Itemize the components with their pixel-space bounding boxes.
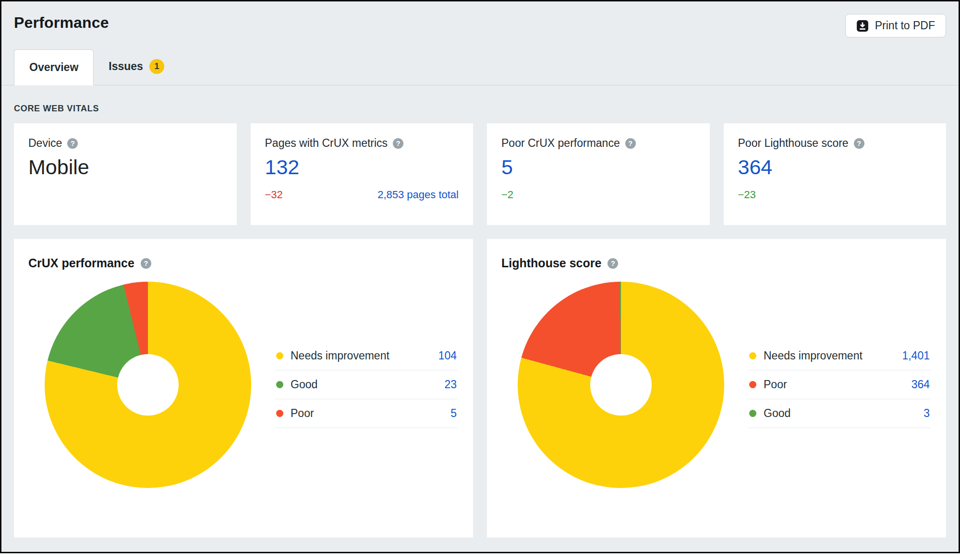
chart-card-lighthouse-score: Lighthouse score Needs improvement1,401P…: [487, 239, 946, 537]
legend-dot: [276, 381, 283, 388]
stat-card-pages-with-crux: Pages with CrUX metrics 132 −32 2,853 pa…: [251, 123, 474, 225]
tab-overview[interactable]: Overview: [14, 49, 94, 85]
stat-value-poor-crux[interactable]: 5: [501, 155, 695, 179]
stat-label-pages-with-crux: Pages with CrUX metrics: [265, 137, 388, 150]
legend-dot: [749, 381, 756, 388]
stat-delta-pages-with-crux: −32: [265, 189, 283, 201]
lighthouse-score-legend: Needs improvement1,401Poor364Good3: [748, 342, 931, 428]
donut-hole: [590, 354, 652, 416]
chart-cards-row: CrUX performance Needs improvement104Goo…: [1, 239, 959, 537]
stat-delta-poor-lighthouse: −23: [738, 189, 756, 201]
issues-count-badge: 1: [149, 59, 164, 74]
stat-value-pages-with-crux[interactable]: 132: [265, 155, 459, 179]
page-title: Performance: [14, 14, 109, 32]
help-icon[interactable]: [67, 138, 78, 149]
legend-dot: [749, 410, 756, 417]
help-icon[interactable]: [625, 138, 636, 149]
legend-label: Poor: [291, 407, 443, 420]
help-icon[interactable]: [608, 258, 618, 269]
legend-row: Good23: [275, 370, 458, 399]
tab-issues[interactable]: Issues 1: [94, 48, 179, 85]
legend-value[interactable]: 5: [450, 407, 457, 420]
chart-title-lighthouse-score: Lighthouse score: [501, 256, 601, 270]
crux-performance-donut-chart[interactable]: [45, 282, 251, 488]
legend-label: Good: [764, 407, 916, 420]
legend-row: Needs improvement104: [275, 342, 458, 370]
legend-label: Good: [291, 378, 437, 391]
pages-total-link[interactable]: 2,853 pages total: [377, 189, 459, 201]
legend-value[interactable]: 23: [444, 378, 457, 391]
tab-issues-label: Issues: [109, 60, 143, 73]
help-icon[interactable]: [854, 138, 864, 149]
chart-title-crux-performance: CrUX performance: [28, 256, 134, 270]
stat-value-poor-lighthouse[interactable]: 364: [738, 155, 932, 179]
stat-card-device: Device Mobile: [14, 123, 237, 225]
legend-row: Needs improvement1,401: [748, 342, 931, 370]
stat-delta-poor-crux: −2: [501, 189, 513, 201]
legend-row: Poor364: [748, 370, 931, 399]
legend-value[interactable]: 364: [911, 378, 930, 391]
stat-card-poor-lighthouse: Poor Lighthouse score 364 −23: [724, 123, 947, 225]
help-icon[interactable]: [393, 138, 403, 149]
tab-overview-label: Overview: [29, 61, 78, 74]
legend-value[interactable]: 3: [924, 407, 930, 420]
legend-label: Needs improvement: [764, 349, 895, 362]
legend-dot: [276, 352, 283, 359]
page-header: Performance Print to PDF: [1, 1, 959, 37]
legend-label: Needs improvement: [291, 349, 431, 362]
donut-hole: [117, 354, 179, 416]
performance-page: Performance Print to PDF Overview Issues…: [0, 0, 960, 553]
stat-label-poor-lighthouse: Poor Lighthouse score: [738, 137, 849, 150]
print-to-pdf-label: Print to PDF: [875, 19, 935, 32]
stat-value-device: Mobile: [28, 155, 222, 179]
legend-value[interactable]: 1,401: [902, 349, 930, 362]
crux-performance-legend: Needs improvement104Good23Poor5: [275, 342, 458, 428]
stat-card-poor-crux: Poor CrUX performance 5 −2: [487, 123, 710, 225]
help-icon[interactable]: [141, 258, 151, 269]
stat-cards-row: Device Mobile Pages with CrUX metrics 13…: [1, 123, 959, 225]
legend-dot: [276, 410, 283, 417]
stat-label-poor-crux: Poor CrUX performance: [501, 137, 620, 150]
legend-row: Poor5: [275, 399, 458, 428]
stat-label-device: Device: [28, 137, 62, 150]
legend-label: Poor: [764, 378, 904, 391]
print-to-pdf-button[interactable]: Print to PDF: [845, 14, 946, 37]
legend-dot: [749, 352, 756, 359]
lighthouse-score-donut-chart[interactable]: [518, 282, 724, 488]
chart-card-crux-performance: CrUX performance Needs improvement104Goo…: [14, 239, 473, 537]
legend-value[interactable]: 104: [438, 349, 457, 362]
legend-row: Good3: [748, 399, 931, 428]
tab-bar: Overview Issues 1: [1, 48, 959, 85]
print-pdf-icon: [856, 20, 869, 32]
section-label-core-web-vitals: CORE WEB VITALS: [14, 104, 946, 114]
